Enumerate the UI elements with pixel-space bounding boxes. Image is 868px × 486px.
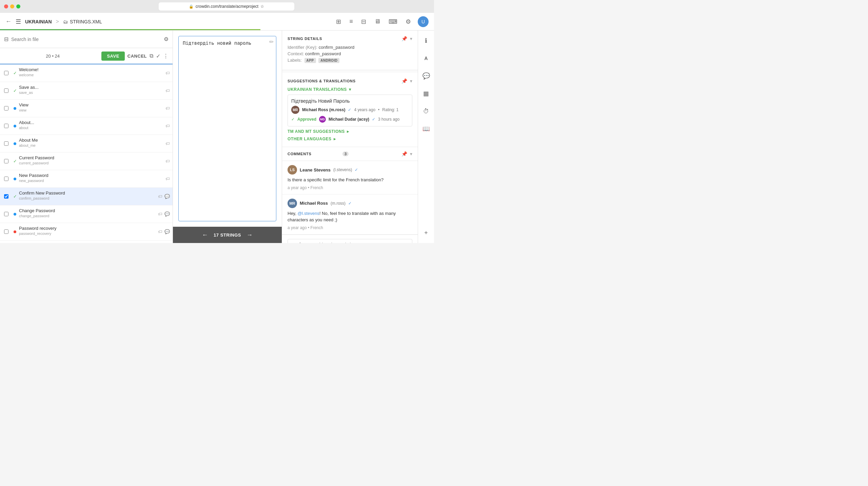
string-status: ✓ xyxy=(12,188,18,205)
history-icon[interactable]: ⏱ xyxy=(420,105,432,117)
tag-icon[interactable]: 🏷 xyxy=(165,106,170,111)
edit-icon[interactable]: ✏ xyxy=(269,39,274,45)
string-checkbox[interactable] xyxy=(4,194,8,199)
reply-input[interactable] xyxy=(288,239,412,243)
split-icon[interactable]: ⊟ xyxy=(360,17,368,27)
string-row[interactable]: About Me about_me 🏷 xyxy=(0,135,173,153)
string-row[interactable]: Password recovery password_recovery 🏷💬 xyxy=(0,223,173,241)
string-checkbox-wrap xyxy=(0,170,12,187)
app-bar: ← ☰ UKRAINIAN > 🗂 STRINGS.XML ⊞ ≡ ⊟ 🖥 ⌨ … xyxy=(0,13,434,31)
file-info: 🗂 STRINGS.XML xyxy=(63,19,102,24)
tag-icon[interactable]: 🏷 xyxy=(158,229,162,234)
string-checkbox[interactable] xyxy=(4,159,8,163)
prev-string-button[interactable]: ← xyxy=(202,231,209,239)
string-checkbox[interactable] xyxy=(4,71,8,75)
address-bar[interactable]: 🔒 crowdin.com/translate/acmeproject ☆ xyxy=(159,2,294,11)
settings-icon[interactable]: ⚙ xyxy=(404,17,412,27)
comments-pin[interactable]: 📌 xyxy=(401,151,407,157)
string-checkbox[interactable] xyxy=(4,141,8,146)
string-row[interactable]: ✓ Save as... save_as 🏷 xyxy=(0,82,173,100)
tag-icon[interactable]: 🏷 xyxy=(165,159,170,164)
next-string-button[interactable]: → xyxy=(246,231,253,239)
string-status xyxy=(12,241,18,243)
string-identifier: save_as xyxy=(19,90,160,95)
string-row[interactable]: Your password has been reset successfull… xyxy=(0,241,173,243)
info-icon[interactable]: ℹ xyxy=(420,35,432,47)
string-row-icons: 🏷💬 xyxy=(155,223,173,240)
comment-verified-2: ✓ xyxy=(348,201,352,206)
string-checkbox[interactable] xyxy=(4,212,8,216)
string-row[interactable]: Change Password change_password 🏷💬 xyxy=(0,205,173,223)
comment-icon[interactable]: 💬 xyxy=(164,211,170,217)
translation-input[interactable]: Підтвердіть новий пароль xyxy=(178,36,276,221)
translate-icon[interactable]: A xyxy=(420,52,432,64)
keyboard-icon[interactable]: ⌨ xyxy=(387,17,399,27)
string-content: Welcome! welcome xyxy=(18,64,163,82)
suggestion-time: 4 years ago xyxy=(354,107,375,112)
string-status xyxy=(12,205,18,223)
tag-icon[interactable]: 🏷 xyxy=(165,176,170,181)
label-app: APP xyxy=(304,58,316,63)
string-row-icons: 🏷 xyxy=(163,64,173,82)
check-icon[interactable]: ✓ xyxy=(156,53,160,59)
suggestions-pin[interactable]: 📌 xyxy=(401,78,407,84)
copy-icon[interactable]: ⧉ xyxy=(150,53,153,59)
comments-chevron[interactable]: ▾ xyxy=(410,151,412,157)
string-count: 20 • 24 xyxy=(7,54,99,59)
string-row[interactable]: ✓ Current Password current_password 🏷 xyxy=(0,153,173,170)
save-button[interactable]: SAVE xyxy=(101,52,124,61)
ukrainian-translations-link[interactable]: UKRAINIAN TRANSLATIONS ▾ xyxy=(288,87,412,92)
string-row[interactable]: New Password new_password 🏷 xyxy=(0,170,173,188)
string-checkbox-wrap xyxy=(0,64,12,82)
string-row[interactable]: View view 🏷 xyxy=(0,100,173,117)
string-status: ✓ xyxy=(12,82,18,99)
approved-check-icon: ✓ xyxy=(291,117,295,122)
pin-icon[interactable]: 📌 xyxy=(401,36,407,41)
string-status xyxy=(12,117,18,135)
string-checkbox[interactable] xyxy=(4,106,8,110)
tag-icon[interactable]: 🏷 xyxy=(165,88,170,93)
context-value: confirm_password xyxy=(305,51,341,56)
search-input[interactable] xyxy=(11,37,161,42)
string-key: New Password xyxy=(19,173,160,178)
suggestion-text: Підтвердіть Новий Пароль xyxy=(291,98,409,104)
string-row[interactable]: About... about 🏷 xyxy=(0,117,173,135)
columns-icon[interactable]: ≡ xyxy=(348,17,354,26)
tag-icon[interactable]: 🏷 xyxy=(158,194,162,199)
tm-mt-link[interactable]: TM AND MT SUGGESTIONS ▸ xyxy=(288,129,412,134)
user-avatar[interactable]: U xyxy=(418,16,429,27)
collapse-icon[interactable]: ⊟ xyxy=(4,36,8,42)
string-row-icons: 🏷 xyxy=(163,170,173,187)
string-checkbox-wrap xyxy=(0,153,12,170)
string-checkbox[interactable] xyxy=(4,88,8,93)
string-checkbox[interactable] xyxy=(4,177,8,181)
tag-icon[interactable]: 🏷 xyxy=(165,123,170,128)
chat-icon[interactable]: 💬 xyxy=(420,70,432,82)
glossary-icon[interactable]: 📖 xyxy=(420,123,432,135)
layout-icon[interactable]: ⊞ xyxy=(335,17,342,27)
menu-button[interactable]: ☰ xyxy=(16,18,21,25)
back-button[interactable]: ← xyxy=(5,18,12,25)
comment-icon[interactable]: 💬 xyxy=(164,194,170,199)
table-icon[interactable]: ▦ xyxy=(420,87,432,100)
strings-panel: ⊟ ⚙ 20 • 24 SAVE CANCEL ⧉ ✓ ⋮ ✓ Welcome!… xyxy=(0,31,173,243)
suggestions-section: SUGGESTIONS & TRANSLATIONS 📌 ▾ UKRAINIAN… xyxy=(282,73,418,147)
string-row[interactable]: ✓ Welcome! welcome 🏷 xyxy=(0,64,173,82)
comment-icon[interactable]: 💬 xyxy=(164,229,170,234)
screen-icon[interactable]: 🖥 xyxy=(373,17,382,26)
other-languages-link[interactable]: OTHER LANGUAGES ▸ xyxy=(288,137,412,141)
string-details-title: STRING DETAILS xyxy=(288,37,401,41)
string-checkbox[interactable] xyxy=(4,124,8,128)
details-chevron[interactable]: ▾ xyxy=(410,36,412,41)
add-icon[interactable]: + xyxy=(420,227,432,239)
more-icon[interactable]: ⋮ xyxy=(163,53,169,59)
string-checkbox[interactable] xyxy=(4,229,8,234)
tag-icon[interactable]: 🏷 xyxy=(158,211,162,217)
translation-area: Підтвердіть новий пароль ✏ xyxy=(173,31,282,227)
filter-icon[interactable]: ⚙ xyxy=(164,36,169,42)
tag-icon[interactable]: 🏷 xyxy=(165,70,170,76)
tag-icon[interactable]: 🏷 xyxy=(165,141,170,146)
cancel-button[interactable]: CANCEL xyxy=(127,54,147,59)
suggestions-chevron[interactable]: ▾ xyxy=(410,78,412,84)
string-row[interactable]: ✓ Confirm New Password confirm_password … xyxy=(0,188,173,205)
